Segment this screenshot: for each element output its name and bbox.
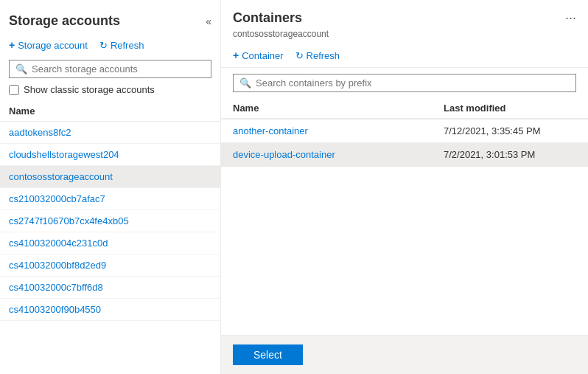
list-item[interactable]: cs41003200f90b4550 bbox=[0, 299, 220, 321]
list-item[interactable]: cloudshellstoragewest204 bbox=[0, 144, 220, 166]
right-panel-subtitle: contososstorageaccount bbox=[221, 29, 588, 45]
add-storage-account-button[interactable]: + Storage account bbox=[9, 39, 88, 51]
left-refresh-label: Refresh bbox=[111, 40, 144, 51]
add-container-button[interactable]: + Container bbox=[233, 49, 284, 61]
right-refresh-button[interactable]: ↻ Refresh bbox=[295, 50, 340, 61]
containers-table: Name Last modified another-container 7/1… bbox=[221, 98, 588, 374]
classic-storage-label: Show classic storage accounts bbox=[24, 84, 155, 95]
right-header: Containers ··· bbox=[221, 0, 588, 29]
container-name: another-container bbox=[233, 125, 444, 136]
search-storage-box: 🔍 bbox=[9, 60, 211, 78]
right-panel-title: Containers bbox=[233, 10, 302, 26]
plus-icon: + bbox=[9, 39, 15, 51]
left-panel-title: Storage accounts bbox=[9, 13, 120, 29]
refresh-icon-left: ↻ bbox=[99, 40, 108, 51]
bottom-bar: Select bbox=[221, 335, 588, 374]
container-last-modified: 7/2/2021, 3:01:53 PM bbox=[444, 149, 576, 160]
storage-accounts-list: aadtokens8fc2 cloudshellstoragewest204 c… bbox=[0, 122, 220, 374]
search-containers-box: 🔍 bbox=[233, 74, 576, 92]
add-container-label: Container bbox=[242, 50, 283, 61]
list-item[interactable]: cs210032000cb7afac7 bbox=[0, 188, 220, 210]
list-item[interactable]: contososstorageaccount bbox=[0, 166, 220, 188]
container-last-modified: 7/12/2021, 3:35:45 PM bbox=[444, 125, 576, 136]
list-item[interactable]: cs410032000c7bff6d8 bbox=[0, 277, 220, 299]
table-row[interactable]: device-upload-container 7/2/2021, 3:01:5… bbox=[221, 143, 588, 167]
plus-icon-right: + bbox=[233, 49, 239, 61]
table-row[interactable]: another-container 7/12/2021, 3:35:45 PM bbox=[221, 120, 588, 143]
container-name: device-upload-container bbox=[233, 149, 444, 160]
right-toolbar: + Container ↻ Refresh bbox=[221, 45, 588, 68]
search-icon-right: 🔍 bbox=[239, 77, 251, 89]
refresh-icon-right: ↻ bbox=[295, 50, 304, 61]
classic-storage-row: Show classic storage accounts bbox=[9, 84, 211, 95]
right-panel: Containers ··· contososstorageaccount + … bbox=[221, 0, 588, 374]
add-storage-label: Storage account bbox=[18, 40, 88, 51]
more-options-icon[interactable]: ··· bbox=[565, 10, 576, 26]
search-icon-left: 🔍 bbox=[15, 63, 27, 75]
search-storage-input[interactable] bbox=[32, 63, 205, 75]
list-item[interactable]: cs410032000bf8d2ed9 bbox=[0, 254, 220, 277]
storage-list-header: Name bbox=[0, 101, 220, 122]
search-containers-input[interactable] bbox=[256, 77, 570, 89]
list-item[interactable]: cs4100320004c231c0d bbox=[0, 232, 220, 254]
left-toolbar: + Storage account ↻ Refresh bbox=[0, 35, 220, 57]
name-column-header: Name bbox=[233, 103, 444, 114]
table-header: Name Last modified bbox=[221, 98, 588, 120]
list-item[interactable]: cs2747f10670b7cx4fe4xb05 bbox=[0, 210, 220, 232]
classic-storage-checkbox[interactable] bbox=[9, 85, 19, 95]
collapse-icon[interactable]: « bbox=[206, 15, 211, 27]
left-refresh-button[interactable]: ↻ Refresh bbox=[99, 40, 144, 51]
last-modified-column-header: Last modified bbox=[444, 103, 576, 114]
list-item[interactable]: aadtokens8fc2 bbox=[0, 122, 220, 144]
left-header: Storage accounts « bbox=[0, 0, 220, 35]
right-refresh-label: Refresh bbox=[307, 50, 340, 61]
select-button[interactable]: Select bbox=[233, 344, 303, 365]
left-panel: Storage accounts « + Storage account ↻ R… bbox=[0, 0, 221, 374]
